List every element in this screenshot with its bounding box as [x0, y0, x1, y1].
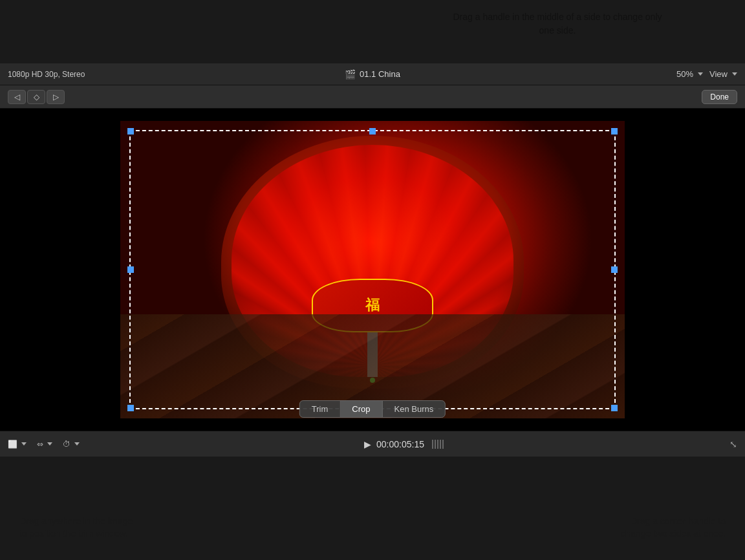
crop-handle-left-middle[interactable]	[127, 266, 134, 273]
nav-buttons: ◁ ◇ ▷	[8, 90, 65, 104]
format-label: 1080p HD 30p, Stereo	[8, 70, 251, 79]
bottom-annotation-area: Drag anywhere in the imageto position th…	[0, 457, 745, 560]
trim-mode-button[interactable]: Trim	[300, 401, 341, 417]
header-center: 🎬 01.1 China	[251, 69, 494, 80]
header-right: 50% View	[494, 69, 737, 79]
crop-handle-top-right[interactable]	[611, 128, 618, 135]
crop-control-icon: ⬜	[8, 440, 17, 449]
video-frame: 福	[120, 121, 625, 418]
crop-handle-top-middle[interactable]	[369, 128, 376, 135]
view-selector[interactable]: View	[709, 69, 737, 79]
prev-frame-button[interactable]: ◁	[8, 90, 26, 104]
header-bar: 1080p HD 30p, Stereo 🎬 01.1 China 50% Vi…	[0, 63, 745, 85]
playback-controls: ▶ 00:00:05:15	[90, 439, 719, 449]
transform-control-button[interactable]: ⇔	[37, 440, 52, 449]
ken-burns-mode-button[interactable]: Ken Burns	[383, 401, 446, 417]
bottom-left-annotation: Drag anywhere in the imageto position th…	[19, 515, 133, 541]
bottom-right-annotation: Drag a corner handle tochange two sides …	[621, 515, 726, 541]
crop-handle-bottom-right[interactable]	[611, 405, 618, 411]
clapper-icon: 🎬	[345, 69, 356, 80]
toolbar-row: ◁ ◇ ▷ Done	[0, 85, 745, 109]
top-annotation-area: Drag a handle in the middle of a side to…	[0, 0, 745, 65]
crop-handle-bottom-left[interactable]	[127, 405, 134, 411]
image-frame: 福	[120, 121, 625, 418]
mode-buttons: Trim Crop Ken Burns	[299, 400, 446, 418]
controls-bar: ⬜ ⇔ ⏱ ▶ 00:00:05:15 ⤡	[0, 431, 745, 457]
timecode-display: 00:00:05:15	[376, 439, 424, 449]
viewer-container: 1080p HD 30p, Stereo 🎬 01.1 China 50% Vi…	[0, 63, 745, 457]
zoom-selector[interactable]: 50%	[676, 69, 703, 79]
next-frame-button[interactable]: ▷	[47, 90, 65, 104]
crop-control-chevron-icon	[21, 442, 27, 446]
crop-handle-top-left[interactable]	[127, 128, 134, 135]
video-area: 福	[0, 109, 745, 431]
fullscreen-button[interactable]: ⤡	[729, 439, 737, 449]
crop-handle-right-middle[interactable]	[611, 266, 618, 273]
crop-mode-button[interactable]: Crop	[340, 401, 382, 417]
play-button[interactable]: ▶	[364, 439, 371, 449]
match-frame-button[interactable]: ◇	[27, 90, 45, 104]
done-button[interactable]: Done	[702, 90, 737, 104]
zoom-chevron-icon	[698, 72, 703, 76]
speed-control-button[interactable]: ⏱	[63, 440, 80, 449]
top-annotation-text: Drag a handle in the middle of a side to…	[448, 10, 667, 38]
transform-control-chevron-icon	[47, 442, 52, 446]
transform-control-icon: ⇔	[37, 440, 43, 449]
crop-control-button[interactable]: ⬜	[8, 440, 27, 449]
speed-control-icon: ⏱	[63, 440, 70, 449]
clip-title: 01.1 China	[360, 69, 400, 79]
view-label: View	[709, 69, 728, 79]
zoom-value: 50%	[676, 69, 693, 79]
view-chevron-icon	[732, 72, 737, 76]
waveform-mini	[432, 440, 445, 449]
speed-control-chevron-icon	[74, 442, 80, 446]
